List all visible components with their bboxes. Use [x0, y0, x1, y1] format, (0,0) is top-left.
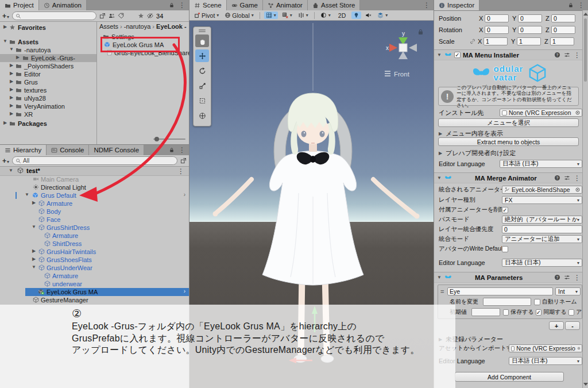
auto-rename-checkbox[interactable] — [534, 299, 540, 305]
kebab-menu-icon[interactable]: ⋮ — [574, 174, 581, 182]
kebab-menu-icon[interactable]: ⋮ — [574, 51, 581, 59]
rotation-z-field[interactable]: 0 — [551, 26, 575, 34]
transform-tool-button[interactable] — [195, 109, 209, 122]
row-directional-light[interactable]: Directional Light — [0, 183, 189, 191]
scale-z-field[interactable]: 1 — [550, 37, 574, 45]
thumbnail-zoom-slider[interactable] — [153, 139, 185, 140]
inspector-scrollbar[interactable] — [582, 10, 588, 388]
remove-parameter-button[interactable]: - — [565, 321, 580, 330]
editor-language-dropdown-3[interactable]: 日本語 (日本)▾ — [509, 357, 582, 365]
position-z-field[interactable]: 0 — [551, 14, 575, 22]
grid-snap-toggle[interactable]: ▾ — [280, 11, 294, 19]
snap-increment-dropdown[interactable]: ▾ — [296, 11, 310, 19]
row-grus-default[interactable]: ▼ Grus Default › — [0, 191, 189, 199]
path-mode-dropdown[interactable]: 絶対的（アバタールートからの▾ — [502, 216, 582, 224]
prefab-open-chevron[interactable]: › — [184, 288, 185, 294]
row-grushairtwintails[interactable]: ▶ GrusHairTwintails — [0, 248, 189, 256]
object-picker-icon[interactable] — [575, 187, 581, 193]
ma-merge-animator-header[interactable]: ▼ MA Merge Animator ⋮ — [434, 172, 583, 183]
row-grusshoesflats[interactable]: ▶ GrusShoesFlats — [0, 256, 189, 264]
editor-language-dropdown-2[interactable]: 日本語 (日本)▾ — [502, 259, 582, 267]
kebab-menu-icon[interactable]: ⋮ — [179, 146, 185, 154]
tree-assets[interactable]: ▼ Assets — [0, 38, 96, 46]
open-new-window-icon[interactable] — [180, 157, 187, 164]
scroll-thumb[interactable] — [584, 18, 587, 82]
row-underwear[interactable]: underwear — [0, 280, 189, 288]
tree-unya28[interactable]: ▶ uNya28 — [0, 94, 96, 102]
parameter-type-dropdown[interactable]: Int▾ — [555, 287, 581, 295]
prefab-open-chevron[interactable]: › — [184, 191, 185, 198]
drag-handle-icon[interactable]: = — [440, 288, 447, 295]
2d-toggle[interactable]: 2D — [338, 12, 346, 19]
tree-eyelook-grus[interactable]: ▶ EyeLook -Grus- — [0, 54, 96, 62]
object-picker-icon[interactable] — [575, 110, 581, 116]
global-dropdown[interactable]: Global▾ — [223, 11, 255, 20]
editor-language-dropdown-1[interactable]: 日本語 (日本)▾ — [500, 160, 582, 168]
scene-kebab-icon[interactable]: ⋮ — [177, 167, 184, 175]
rect-tool-button[interactable] — [195, 94, 209, 107]
tree-narutoya[interactable]: ▼ -narutoya — [0, 46, 96, 54]
tab-hierarchy[interactable]: Hierarchy — [0, 145, 47, 155]
prefab-dev-foldout[interactable]: ▶ プレハブ開発者向け設定 — [438, 149, 516, 157]
audio-toggle[interactable] — [363, 11, 373, 19]
rotation-x-field[interactable]: 0 — [485, 26, 509, 34]
row-grusshirtdress[interactable]: ▼ GrusShirtDress — [0, 224, 189, 232]
row-body[interactable]: Body — [0, 208, 189, 216]
rotate-tool-button[interactable] — [195, 64, 209, 77]
scroll-down-arrow[interactable] — [583, 383, 588, 386]
tab-inspector[interactable]: Inspector — [434, 0, 479, 10]
tab-animator[interactable]: Animator — [263, 0, 308, 10]
row-armature-2[interactable]: Armature — [0, 232, 189, 240]
rotation-y-field[interactable]: 0 — [518, 26, 542, 34]
scale-x-field[interactable]: 1 — [483, 37, 508, 45]
position-x-field[interactable]: 0 — [485, 14, 509, 22]
lock-icon[interactable] — [169, 147, 175, 153]
row-eyelook-grus-ma[interactable]: EyeLook Grus MA › — [25, 288, 189, 296]
row-grusunderwear[interactable]: ▼ GrusUnderWear — [0, 264, 189, 272]
default-value-field[interactable] — [471, 308, 500, 316]
merge-mode-dropdown[interactable]: アニメーターに追加▾ — [502, 235, 582, 243]
help-icon[interactable] — [554, 274, 560, 281]
create-object-button[interactable]: +▾ — [2, 157, 9, 165]
clipped-checkbox[interactable] — [568, 309, 575, 316]
slider-knob[interactable] — [154, 137, 159, 141]
row-face[interactable]: Face — [0, 216, 189, 224]
import-object-field[interactable]: None (VRC Expressio — [509, 344, 582, 352]
ma-parameters-header[interactable]: ▼ MA Parameters ⋮ — [434, 272, 583, 283]
add-component-button[interactable]: Add Component — [455, 372, 564, 382]
help-icon[interactable] — [554, 52, 560, 58]
tab-game[interactable]: Game — [227, 0, 263, 10]
kebab-menu-icon[interactable]: ⋮ — [578, 1, 585, 9]
drag-handle[interactable] — [199, 31, 206, 32]
ma-menu-installer-header[interactable]: ▼ MA Menu Installer ⋮ — [434, 49, 583, 60]
layer-type-dropdown[interactable]: FX▾ — [502, 196, 582, 204]
favorites-star-icon[interactable] — [138, 13, 144, 19]
foldout-icon[interactable]: ▼ — [436, 275, 442, 280]
tree-packages[interactable]: ▶ Packages — [0, 120, 96, 128]
scroll-up-arrow[interactable] — [583, 13, 588, 16]
move-tool-button[interactable] — [195, 49, 209, 62]
tab-ndmf-console[interactable]: NDMF Console — [89, 145, 144, 155]
scale-tool-button[interactable] — [195, 79, 209, 92]
row-main-camera[interactable]: Main Camera — [0, 175, 189, 183]
scene-lighting-toggle[interactable] — [351, 11, 361, 19]
pivot-dropdown[interactable]: Pivot▾ — [192, 11, 220, 20]
breadcrumb-eyelook[interactable]: EyeLook - — [156, 23, 187, 30]
tree-veryanimation[interactable]: ▶ VeryAnimation — [0, 102, 96, 110]
row-armature[interactable]: ▶ Armature — [0, 199, 189, 208]
filter-by-type-icon[interactable] — [109, 13, 115, 19]
tab-project[interactable]: Project — [0, 0, 39, 10]
delete-attached-checkbox[interactable] — [502, 207, 508, 213]
extract-menu-button[interactable]: Extract menu to objects — [438, 137, 579, 146]
tab-console[interactable]: Console — [47, 145, 89, 155]
install-target-object-field[interactable]: None (VRC Expression — [500, 109, 582, 117]
select-menu-button[interactable]: メニューを選択 — [438, 118, 579, 127]
hand-tool-button[interactable] — [195, 34, 209, 47]
row-shirtdress[interactable]: ShirtDress — [0, 240, 189, 248]
object-picker-icon[interactable] — [577, 345, 581, 351]
lock-icon[interactable] — [568, 2, 574, 8]
add-parameter-button[interactable]: + — [549, 321, 564, 330]
kebab-menu-icon[interactable]: ⋮ — [423, 1, 430, 9]
breadcrumb-assets[interactable]: Assets — [99, 23, 118, 30]
row-armature-3[interactable]: Armature — [0, 272, 189, 280]
